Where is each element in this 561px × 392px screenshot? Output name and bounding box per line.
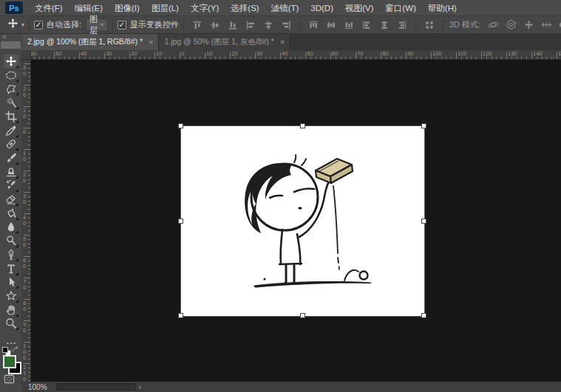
- transform-handle[interactable]: [300, 123, 305, 128]
- menu-item-0[interactable]: 文件(F): [29, 0, 69, 16]
- align-bottom-edges-icon[interactable]: [226, 18, 239, 32]
- distribute-horizontal-centers-icon[interactable]: [378, 18, 391, 32]
- tool-flyout-indicator: [16, 134, 18, 137]
- crop-tool[interactable]: [4, 110, 18, 123]
- separator: [112, 19, 113, 31]
- history-brush-tool[interactable]: [4, 179, 18, 192]
- paint-bucket-tool[interactable]: [4, 207, 18, 220]
- quick-mask-icon[interactable]: [3, 374, 18, 385]
- distribute-vertical-centers-icon[interactable]: [324, 18, 338, 32]
- ruler-label: 1 1 0: [23, 365, 26, 382]
- separator: [29, 19, 30, 31]
- transform-handle[interactable]: [178, 313, 183, 318]
- show-transform-checkbox[interactable]: ✓: [118, 21, 126, 30]
- ruler-label: 100: [432, 51, 442, 57]
- distribute-left-edges-icon[interactable]: [360, 18, 373, 32]
- toolbar-grip[interactable]: [1, 41, 21, 49]
- collapse-toolbar-icon[interactable]: »: [2, 32, 7, 41]
- magic-wand-tool[interactable]: [4, 96, 18, 109]
- transform-handle[interactable]: [178, 219, 183, 224]
- dodge-tool[interactable]: [4, 234, 18, 247]
- align-horizontal-centers-icon[interactable]: [262, 18, 275, 32]
- menu-item-3[interactable]: 图层(L): [146, 0, 185, 16]
- tab-title: 2.jpg @ 100% (图层 1, RGB/8#) *: [27, 37, 143, 47]
- roll-3d-camera-icon[interactable]: [504, 18, 519, 32]
- align-right-edges-icon[interactable]: [279, 18, 293, 32]
- document-image[interactable]: [181, 126, 424, 316]
- menu-item-1[interactable]: 编辑(E): [69, 0, 109, 16]
- align-top-edges-icon[interactable]: [191, 18, 204, 32]
- menu-item-4[interactable]: 文字(Y): [185, 0, 225, 16]
- menu-item-7[interactable]: 3D(D): [305, 0, 339, 16]
- pan-3d-camera-icon[interactable]: [522, 18, 537, 32]
- tool-flyout-indicator: [16, 106, 18, 109]
- eyedropper-tool[interactable]: [4, 124, 18, 137]
- photoshop-window: Ps 文件(F)编辑(E)图像(I)图层(L)文字(Y)选择(S)滤镜(T)3D…: [0, 0, 561, 392]
- menu-item-8[interactable]: 视图(V): [339, 0, 379, 16]
- ruler-label: 8 0: [23, 300, 26, 312]
- toolbar-header: »: [0, 34, 22, 50]
- tab-close-icon[interactable]: ×: [280, 38, 285, 46]
- distribute-right-edges-icon[interactable]: [395, 18, 409, 32]
- zoom-level[interactable]: 100%: [28, 383, 47, 391]
- ruler-origin-corner[interactable]: [21, 50, 31, 60]
- menu-item-2[interactable]: 图像(I): [109, 0, 146, 16]
- distribute-bottom-edges-icon[interactable]: [342, 18, 356, 32]
- menu-item-9[interactable]: 窗口(W): [379, 0, 422, 16]
- auto-align-layers-icon[interactable]: [423, 18, 436, 32]
- slide-3d-camera-icon[interactable]: [540, 18, 554, 32]
- default-swatches-icon[interactable]: [2, 345, 11, 354]
- ruler-label: 0: [23, 129, 26, 135]
- auto-select-checkbox[interactable]: ✓: [34, 21, 43, 30]
- foreground-color-swatch[interactable]: [3, 355, 16, 368]
- transform-handle[interactable]: [178, 123, 183, 128]
- transform-handle[interactable]: [300, 313, 305, 318]
- menu-item-10[interactable]: 帮助(H): [422, 0, 463, 16]
- ruler-label: 60: [31, 51, 36, 57]
- elliptical-marquee-tool[interactable]: [4, 69, 18, 82]
- type-tool[interactable]: [4, 262, 18, 275]
- align-vertical-centers-icon[interactable]: [208, 18, 222, 32]
- clone-stamp-tool[interactable]: [4, 165, 18, 179]
- ruler-label: 140: [533, 51, 543, 57]
- vertical-ruler[interactable]: 3 02 01 001 02 03 04 05 06 07 08 09 01 0…: [21, 60, 31, 382]
- spot-healing-brush-tool[interactable]: [4, 137, 18, 151]
- blur-tool[interactable]: [4, 220, 18, 233]
- document-tab-1[interactable]: 1.jpg @ 50% (图层 1, 灰色/8#) *×: [159, 34, 290, 50]
- menu-item-5[interactable]: 选择(S): [225, 0, 265, 16]
- custom-shape-tool[interactable]: [4, 289, 18, 303]
- tab-title: 1.jpg @ 50% (图层 1, 灰色/8#) *: [164, 37, 273, 47]
- ruler-label: 6 0: [23, 258, 26, 269]
- menu-item-6[interactable]: 滤镜(T): [265, 0, 305, 16]
- transform-handle[interactable]: [421, 123, 426, 128]
- horizontal-ruler[interactable]: 6050403020100102030405060708090100110120…: [31, 50, 561, 60]
- orbit-3d-camera-icon[interactable]: [486, 18, 501, 32]
- transform-handle[interactable]: [421, 219, 426, 224]
- tool-flyout-indicator: [16, 258, 18, 261]
- tool-preset-picker[interactable]: ▾: [7, 18, 24, 32]
- document-tab-0[interactable]: 2.jpg @ 100% (图层 1, RGB/8#) *×: [22, 34, 159, 50]
- ruler-label: 130: [508, 51, 517, 57]
- zoom-tool[interactable]: [4, 317, 18, 330]
- align-buttons: [188, 18, 438, 32]
- ruler-label: 2 0: [23, 86, 26, 98]
- tool-flyout-indicator: [16, 162, 18, 165]
- document-info-field[interactable]: [56, 383, 136, 391]
- zoom-3d-camera-icon[interactable]: [557, 18, 561, 32]
- transform-handle[interactable]: [421, 313, 426, 318]
- hand-tool[interactable]: [4, 303, 18, 317]
- pen-tool[interactable]: [4, 248, 18, 261]
- eraser-tool[interactable]: [4, 193, 18, 206]
- brush-tool[interactable]: [4, 151, 18, 165]
- status-chevron-icon[interactable]: ›: [139, 383, 141, 391]
- align-left-edges-icon[interactable]: [244, 18, 257, 32]
- swap-swatches-icon[interactable]: [12, 344, 20, 352]
- distribute-top-edges-icon[interactable]: [307, 18, 320, 32]
- path-selection-tool[interactable]: [4, 275, 18, 289]
- lasso-tool[interactable]: [4, 82, 18, 95]
- move-tool[interactable]: [4, 55, 18, 68]
- ruler-label: 80: [382, 51, 388, 57]
- tab-close-icon[interactable]: ×: [149, 38, 153, 46]
- canvas-pasteboard[interactable]: [31, 60, 561, 382]
- auto-select-target-dropdown[interactable]: 图层 ˅: [86, 18, 108, 31]
